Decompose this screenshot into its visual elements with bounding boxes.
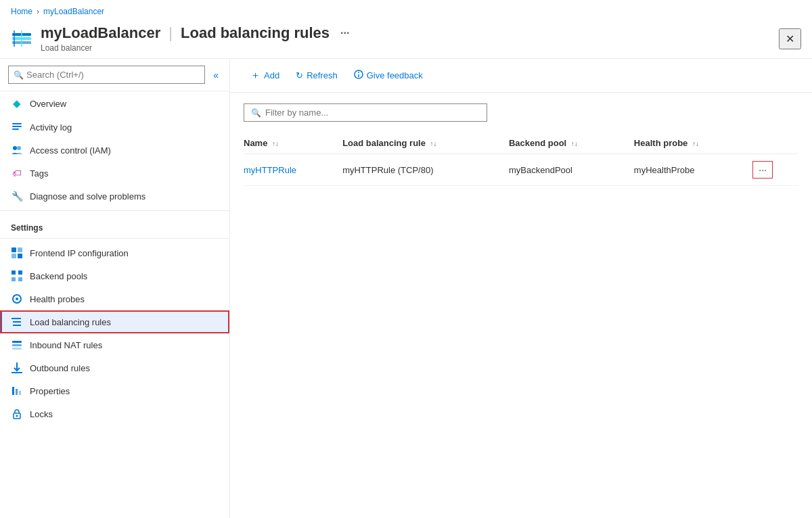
overview-icon: ◆: [11, 97, 23, 110]
row-more-button[interactable]: ···: [752, 161, 773, 179]
sidebar-item-diagnose[interactable]: 🔧 Diagnose and solve problems: [0, 185, 229, 208]
sidebar-item-activity-log[interactable]: Activity log: [0, 116, 229, 139]
sidebar-item-label: Access control (IAM): [30, 145, 111, 156]
sidebar-item-label: Overview: [30, 99, 66, 109]
svg-rect-10: [12, 248, 16, 252]
page-header: myLoadBalancer | Load balancing rules ··…: [0, 20, 812, 59]
sort-icon[interactable]: ↑↓: [571, 140, 578, 147]
header-more-button[interactable]: ···: [340, 27, 349, 39]
health-probes-icon: [11, 293, 23, 304]
sidebar-item-label: Backend pools: [30, 271, 87, 281]
load-balancer-icon: [11, 28, 32, 49]
feedback-icon: [354, 70, 363, 81]
refresh-button[interactable]: ↻ Refresh: [289, 67, 344, 84]
sort-icon[interactable]: ↑↓: [692, 140, 699, 147]
filter-input[interactable]: [265, 108, 480, 118]
svg-rect-6: [12, 126, 22, 127]
app-wrapper: Home › myLoadBalancer myLoadBalancer | L…: [0, 0, 812, 518]
rule-name-link[interactable]: myHTTPRule: [244, 165, 296, 175]
svg-rect-15: [18, 270, 22, 275]
settings-divider2: [0, 238, 229, 239]
sidebar-item-label: Inbound NAT rules: [30, 340, 102, 350]
outbound-rules-icon: [11, 362, 23, 373]
svg-rect-29: [12, 387, 14, 395]
backend-pools-icon: [11, 270, 23, 281]
sidebar-item-access-control[interactable]: Access control (IAM): [0, 139, 229, 162]
sort-icon[interactable]: ↑↓: [430, 140, 437, 147]
diagnose-icon: 🔧: [11, 191, 23, 202]
filter-icon: 🔍: [251, 108, 261, 118]
svg-rect-25: [12, 344, 22, 346]
settings-section-label: Settings: [0, 214, 229, 235]
svg-rect-17: [18, 277, 22, 281]
resource-type-label: Load balancer: [41, 43, 779, 53]
sidebar-item-locks[interactable]: Locks: [0, 402, 229, 425]
resource-icon: [11, 28, 32, 49]
svg-rect-30: [16, 389, 18, 395]
sidebar-item-backend-pools[interactable]: Backend pools: [0, 264, 229, 287]
col-name: Name ↑↓: [244, 133, 342, 154]
svg-rect-16: [12, 277, 16, 281]
search-input[interactable]: [8, 66, 205, 84]
cell-backend: myBackendPool: [509, 154, 634, 186]
sidebar-item-inbound-nat[interactable]: Inbound NAT rules: [0, 333, 229, 356]
toolbar: ＋ Add ↻ Refresh Give feedback: [230, 59, 812, 93]
properties-icon: [11, 385, 23, 396]
refresh-label: Refresh: [307, 70, 338, 80]
svg-rect-24: [12, 341, 22, 343]
breadcrumb-resource[interactable]: myLoadBalancer: [43, 7, 104, 16]
collapse-button[interactable]: «: [210, 68, 221, 82]
sidebar-item-label: Tags: [30, 168, 48, 179]
close-button[interactable]: ✕: [779, 28, 801, 49]
table-header-row: Name ↑↓ Load balancing rule ↑↓ Backend p…: [244, 133, 798, 154]
tags-icon: 🏷: [11, 168, 23, 179]
cell-more: ···: [752, 154, 798, 186]
sidebar-item-label: Health probes: [30, 294, 85, 304]
sidebar-item-health-probes[interactable]: Health probes: [0, 287, 229, 310]
frontend-ip-icon: [11, 248, 23, 258]
sidebar-item-label: Activity log: [30, 122, 72, 133]
add-icon: ＋: [250, 69, 261, 82]
resource-name: myLoadBalancer: [41, 24, 160, 42]
header-title-block: myLoadBalancer | Load balancing rules ··…: [41, 24, 779, 53]
breadcrumb: Home › myLoadBalancer: [0, 0, 812, 20]
col-probe: Health probe ↑↓: [634, 133, 752, 154]
sidebar-item-label: Frontend IP configuration: [30, 248, 129, 258]
inbound-nat-icon: [11, 339, 23, 350]
search-input-wrapper: 🔍: [8, 66, 205, 84]
breadcrumb-home[interactable]: Home: [11, 7, 32, 16]
sidebar-item-load-balancing-rules[interactable]: Load balancing rules: [0, 310, 229, 333]
sidebar-item-outbound-rules[interactable]: Outbound rules: [0, 356, 229, 379]
page-section-title: Load balancing rules: [181, 24, 330, 42]
sidebar-item-tags[interactable]: 🏷 Tags: [0, 162, 229, 185]
load-balancing-rules-icon: [11, 316, 23, 327]
refresh-icon: ↻: [296, 70, 303, 80]
main-panel: ＋ Add ↻ Refresh Give feedback: [230, 59, 812, 518]
sidebar-item-label: Properties: [30, 386, 70, 396]
sidebar-item-label: Load balancing rules: [30, 317, 111, 327]
sidebar-item-overview[interactable]: ◆ Overview: [0, 91, 229, 116]
access-control-icon: [11, 145, 23, 156]
rules-table: Name ↑↓ Load balancing rule ↑↓ Backend p…: [244, 133, 798, 186]
cell-rule: myHTTPRule (TCP/80): [342, 154, 509, 186]
add-button[interactable]: ＋ Add: [244, 66, 286, 85]
table-row: myHTTPRule myHTTPRule (TCP/80) myBackend…: [244, 154, 798, 186]
svg-rect-31: [19, 391, 21, 395]
svg-rect-26: [12, 348, 22, 350]
sort-icon[interactable]: ↑↓: [272, 140, 279, 147]
col-rule: Load balancing rule ↑↓: [342, 133, 509, 154]
sidebar-item-frontend-ip[interactable]: Frontend IP configuration: [0, 241, 229, 264]
sidebar-item-label: Outbound rules: [30, 363, 90, 373]
svg-point-35: [358, 72, 359, 73]
feedback-button[interactable]: Give feedback: [347, 66, 430, 85]
sidebar-item-label: Locks: [30, 409, 53, 419]
filter-bar: 🔍: [244, 103, 487, 122]
cell-name: myHTTPRule: [244, 154, 342, 186]
add-label: Add: [264, 70, 279, 80]
settings-divider: [0, 210, 229, 211]
col-actions: [752, 133, 798, 154]
svg-rect-12: [12, 254, 16, 258]
activity-log-icon: [11, 122, 23, 133]
svg-point-33: [16, 415, 18, 417]
sidebar-item-properties[interactable]: Properties: [0, 379, 229, 402]
